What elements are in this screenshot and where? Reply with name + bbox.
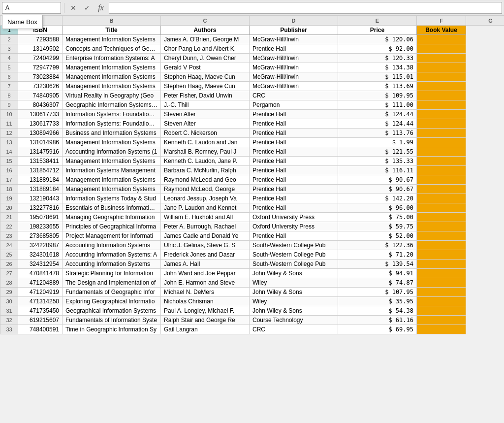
cell-authors[interactable]: John Ward and Joe Peppar [161, 269, 250, 278]
cell-publisher[interactable]: McGraw-Hill/Irwin [250, 82, 338, 91]
cell-isbn[interactable]: 198233655 [18, 222, 63, 231]
cell-publisher[interactable]: Prentice Hall [250, 185, 338, 194]
col-d-header[interactable]: D [250, 16, 338, 26]
cell-price[interactable]: $ 94.91 [338, 269, 417, 278]
cell-price[interactable]: $ 120.33 [338, 54, 417, 63]
cell-publisher[interactable]: South-Western College Pub [250, 241, 338, 250]
cell-authors[interactable]: Nicholas Chrisman [161, 297, 250, 306]
cell-title[interactable]: Information Systems: Foundation of [63, 119, 161, 129]
cell-book-value[interactable] [417, 82, 466, 91]
cell-book-value[interactable] [417, 316, 466, 325]
cell-price[interactable]: $ 52.00 [338, 231, 417, 241]
cell-isbn[interactable]: 132277816 [18, 203, 63, 213]
cell-title[interactable]: Virtual Reality in Geography (Geo [63, 91, 161, 100]
cell-book-value[interactable] [417, 278, 466, 288]
cell-book-value[interactable] [417, 119, 466, 129]
cell-isbn[interactable]: 131475916 [18, 147, 63, 157]
cell-price[interactable]: $ 92.00 [338, 44, 417, 54]
cell-authors[interactable]: Ralph Stair and George Re [161, 316, 250, 325]
cell-publisher[interactable]: Oxford University Press [250, 213, 338, 222]
cell-authors[interactable]: Chor Pang Lo and Albert K. [161, 44, 250, 54]
cell-book-value[interactable] [417, 269, 466, 278]
cell-authors[interactable]: Steven Alter [161, 110, 250, 119]
cell-isbn[interactable]: 273685805 [18, 231, 63, 241]
cell-authors[interactable]: Raymond McLeod and Geo [161, 175, 250, 185]
cell-title[interactable]: Enterprise Information Systems: A [63, 54, 161, 63]
cell-book-value[interactable] [417, 91, 466, 100]
cell-book-value[interactable] [417, 241, 466, 250]
cell-book-value[interactable] [417, 297, 466, 306]
cell-book-value[interactable] [417, 325, 466, 334]
cell-publisher[interactable]: Prentice Hall [250, 147, 338, 157]
cell-isbn[interactable]: 195078691 [18, 213, 63, 222]
cell-title[interactable]: Geographical Information Systems [63, 306, 161, 316]
cell-publisher[interactable]: Pergamon [250, 100, 338, 110]
cell-isbn[interactable]: 324312954 [18, 260, 63, 269]
cell-title[interactable]: Management Information Systems [63, 157, 161, 166]
cell-title[interactable]: Information Systems Today & Stud [63, 194, 161, 203]
cell-price[interactable]: $ 120.06 [338, 35, 417, 44]
cell-publisher[interactable]: CRC [250, 325, 338, 334]
cell-authors[interactable]: Gerald V Post [161, 63, 250, 72]
cell-price[interactable]: $ 96.00 [338, 203, 417, 213]
cell-publisher[interactable]: Wiley [250, 297, 338, 306]
cell-authors[interactable]: Michael N. DeMers [161, 288, 250, 297]
cell-price[interactable]: $ 139.54 [338, 260, 417, 269]
cell-book-value[interactable] [417, 231, 466, 241]
cell-authors[interactable]: Peter A. Burrough, Rachael [161, 222, 250, 231]
cell-price[interactable]: $ 135.33 [338, 157, 417, 166]
cell-publisher[interactable]: South-Western College Pub [250, 250, 338, 260]
cell-title[interactable]: Fundamentals of Geographic Infor [63, 288, 161, 297]
cell-price[interactable]: $ 71.20 [338, 250, 417, 260]
cell-book-value[interactable] [417, 306, 466, 316]
cell-price[interactable]: $ 122.36 [338, 241, 417, 250]
cell-publisher[interactable]: John Wiley & Sons [250, 269, 338, 278]
cell-book-value[interactable] [417, 138, 466, 147]
cell-title[interactable]: Accounting Information Systems [63, 260, 161, 269]
col-f-header[interactable]: F [417, 16, 466, 26]
cell-isbn[interactable]: 73023884 [18, 72, 63, 82]
cell-price[interactable]: $ 134.38 [338, 63, 417, 72]
cell-title[interactable]: The Design and Implementation of [63, 278, 161, 288]
cell-book-value[interactable] [417, 72, 466, 82]
cell-isbn[interactable]: 324301618 [18, 250, 63, 260]
formula-bar-input[interactable] [109, 2, 502, 14]
cell-book-value[interactable] [417, 288, 466, 297]
cell-book-value[interactable] [417, 129, 466, 138]
col-b-header[interactable]: B [63, 16, 161, 26]
cell-title[interactable]: Principles of Geographical Informa [63, 222, 161, 231]
cell-authors[interactable]: Leonard Jessup, Joseph Va [161, 194, 250, 203]
cell-authors[interactable]: J.-C. Thill [161, 100, 250, 110]
cell-price[interactable]: $ 74.87 [338, 278, 417, 288]
cell-authors[interactable]: Kenneth C. Laudon and Jan [161, 138, 250, 147]
cell-title[interactable]: Essentials of Business Information S [63, 203, 161, 213]
cell-publisher[interactable]: Prentice Hall [250, 119, 338, 129]
cell-publisher[interactable]: CRC [250, 91, 338, 100]
cell-publisher[interactable]: McGraw-Hill/Irwin [250, 72, 338, 82]
cell-book-value[interactable] [417, 35, 466, 44]
cell-title[interactable]: Accounting Information Systems (1 [63, 147, 161, 157]
cell-title[interactable]: Time in Geographic Information Sy [63, 325, 161, 334]
cell-title[interactable]: Strategic Planning for Information [63, 269, 161, 278]
cell-price[interactable]: $ 69.95 [338, 325, 417, 334]
header-authors[interactable]: Authors [161, 26, 250, 35]
cell-publisher[interactable]: Prentice Hall [250, 166, 338, 175]
cell-price[interactable]: $ 90.67 [338, 175, 417, 185]
cell-price[interactable]: $ 107.95 [338, 288, 417, 297]
cell-publisher[interactable]: Prentice Hall [250, 44, 338, 54]
cell-price[interactable]: $ 1.99 [338, 138, 417, 147]
cell-isbn[interactable]: 131889184 [18, 175, 63, 185]
cell-book-value[interactable] [417, 157, 466, 166]
cell-isbn[interactable]: 7293588 [18, 35, 63, 44]
cell-authors[interactable]: Paul A. Longley, Michael F. [161, 306, 250, 316]
cell-isbn[interactable]: 619215607 [18, 316, 63, 325]
col-c-header[interactable]: C [161, 16, 250, 26]
cell-book-value[interactable] [417, 166, 466, 175]
cell-price[interactable]: $ 142.20 [338, 194, 417, 203]
cell-price[interactable]: $ 61.16 [338, 316, 417, 325]
cell-authors[interactable]: Stephen Haag, Maeve Cun [161, 82, 250, 91]
cell-isbn[interactable]: 130894966 [18, 129, 63, 138]
cell-title[interactable]: Information Systems: Foundation of [63, 110, 161, 119]
cell-publisher[interactable]: John Wiley & Sons [250, 306, 338, 316]
cell-isbn[interactable]: 72404299 [18, 54, 63, 63]
